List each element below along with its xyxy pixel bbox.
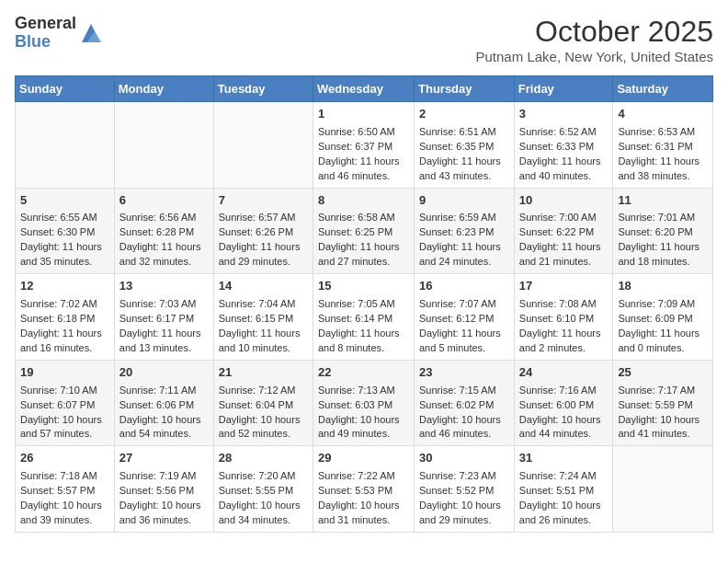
- day-info: Daylight: 10 hours and 57 minutes.: [20, 413, 109, 442]
- calendar-cell: 7Sunrise: 6:57 AMSunset: 6:26 PMDaylight…: [213, 188, 313, 274]
- day-info: Sunset: 6:26 PM: [219, 225, 308, 240]
- calendar-week-row: 5Sunrise: 6:55 AMSunset: 6:30 PMDaylight…: [16, 188, 713, 274]
- col-header-friday: Friday: [514, 76, 613, 102]
- title-block: October 2025 Putnam Lake, New York, Unit…: [476, 15, 713, 64]
- calendar-cell: 16Sunrise: 7:07 AMSunset: 6:12 PMDayligh…: [415, 274, 515, 361]
- day-info: Sunrise: 7:24 AM: [519, 469, 609, 484]
- day-number: 31: [519, 450, 609, 467]
- day-info: Daylight: 10 hours and 54 minutes.: [119, 413, 209, 442]
- day-info: Daylight: 11 hours and 2 minutes.: [519, 327, 609, 356]
- day-info: Daylight: 11 hours and 13 minutes.: [119, 327, 209, 356]
- logo-general-text: General: [15, 15, 76, 33]
- day-info: Sunrise: 6:52 AM: [519, 125, 609, 140]
- calendar-cell: 19Sunrise: 7:10 AMSunset: 6:07 PMDayligh…: [16, 360, 115, 446]
- day-number: 29: [318, 450, 409, 467]
- day-number: 2: [419, 106, 509, 123]
- calendar-cell: 30Sunrise: 7:23 AMSunset: 5:52 PMDayligh…: [415, 446, 515, 533]
- day-info: Daylight: 10 hours and 39 minutes.: [20, 499, 109, 528]
- day-info: Sunrise: 7:23 AM: [419, 469, 509, 484]
- day-info: Sunrise: 7:17 AM: [618, 384, 708, 398]
- day-info: Sunrise: 7:13 AM: [318, 384, 409, 398]
- calendar-cell: 12Sunrise: 7:02 AMSunset: 6:18 PMDayligh…: [16, 274, 115, 361]
- calendar-cell: 13Sunrise: 7:03 AMSunset: 6:17 PMDayligh…: [114, 274, 213, 361]
- calendar-cell: [613, 446, 713, 533]
- calendar-cell: 10Sunrise: 7:00 AMSunset: 6:22 PMDayligh…: [514, 188, 613, 274]
- calendar-week-row: 19Sunrise: 7:10 AMSunset: 6:07 PMDayligh…: [16, 360, 713, 446]
- calendar-cell: [16, 102, 115, 189]
- calendar-cell: 21Sunrise: 7:12 AMSunset: 6:04 PMDayligh…: [213, 360, 313, 446]
- day-info: Sunset: 6:12 PM: [419, 312, 509, 327]
- day-info: Sunset: 5:59 PM: [618, 398, 708, 413]
- day-number: 25: [618, 364, 708, 382]
- day-info: Sunrise: 6:50 AM: [318, 125, 409, 140]
- day-number: 24: [519, 364, 609, 382]
- day-info: Sunrise: 7:08 AM: [519, 297, 609, 312]
- calendar-cell: 5Sunrise: 6:55 AMSunset: 6:30 PMDaylight…: [16, 188, 115, 274]
- calendar-cell: 31Sunrise: 7:24 AMSunset: 5:51 PMDayligh…: [514, 446, 613, 533]
- day-info: Daylight: 10 hours and 52 minutes.: [219, 413, 308, 442]
- day-info: Sunset: 5:51 PM: [519, 484, 609, 499]
- day-info: Sunrise: 7:09 AM: [618, 297, 708, 312]
- calendar-header-row: SundayMondayTuesdayWednesdayThursdayFrid…: [16, 76, 713, 102]
- day-info: Sunset: 6:18 PM: [20, 312, 109, 327]
- day-info: Sunset: 6:09 PM: [618, 312, 708, 327]
- day-info: Sunrise: 7:12 AM: [219, 384, 308, 398]
- day-info: Sunrise: 7:16 AM: [519, 384, 609, 398]
- day-info: Daylight: 10 hours and 46 minutes.: [419, 413, 509, 442]
- day-number: 17: [519, 278, 609, 295]
- calendar-cell: 6Sunrise: 6:56 AMSunset: 6:28 PMDaylight…: [114, 188, 213, 274]
- day-number: 21: [219, 364, 308, 382]
- day-info: Sunset: 6:17 PM: [119, 312, 209, 327]
- day-info: Sunrise: 6:57 AM: [219, 211, 308, 225]
- day-number: 15: [318, 278, 409, 295]
- location-text: Putnam Lake, New York, United States: [476, 49, 713, 64]
- day-info: Daylight: 11 hours and 29 minutes.: [219, 240, 308, 270]
- calendar-cell: 9Sunrise: 6:59 AMSunset: 6:23 PMDaylight…: [415, 188, 515, 274]
- day-info: Sunset: 6:06 PM: [119, 398, 209, 413]
- day-info: Sunrise: 7:18 AM: [20, 469, 109, 484]
- day-info: Sunset: 6:33 PM: [519, 140, 609, 155]
- day-info: Sunset: 6:25 PM: [318, 225, 409, 240]
- calendar-cell: 27Sunrise: 7:19 AMSunset: 5:56 PMDayligh…: [114, 446, 213, 533]
- day-info: Sunset: 6:14 PM: [318, 312, 409, 327]
- day-info: Sunset: 6:37 PM: [318, 140, 409, 155]
- day-info: Sunset: 6:22 PM: [519, 225, 609, 240]
- logo-blue-text: Blue: [15, 33, 76, 52]
- day-info: Sunset: 6:30 PM: [20, 225, 109, 240]
- day-info: Sunrise: 7:01 AM: [618, 211, 708, 225]
- day-number: 18: [618, 278, 708, 295]
- day-number: 4: [618, 106, 708, 123]
- day-info: Daylight: 11 hours and 38 minutes.: [618, 155, 708, 184]
- day-info: Sunrise: 7:00 AM: [519, 211, 609, 225]
- day-info: Sunrise: 7:07 AM: [419, 297, 509, 312]
- day-number: 30: [419, 450, 509, 467]
- day-number: 10: [519, 192, 609, 210]
- logo: General Blue: [15, 15, 104, 52]
- day-info: Sunset: 6:35 PM: [419, 140, 509, 155]
- day-number: 7: [219, 192, 308, 210]
- day-number: 14: [219, 278, 308, 295]
- day-info: Sunrise: 6:51 AM: [419, 125, 509, 140]
- calendar-cell: [213, 102, 313, 189]
- day-info: Daylight: 11 hours and 0 minutes.: [618, 327, 708, 356]
- day-info: Sunset: 5:52 PM: [419, 484, 509, 499]
- calendar-cell: 1Sunrise: 6:50 AMSunset: 6:37 PMDaylight…: [313, 102, 414, 189]
- page-header: General Blue October 2025 Putnam Lake, N…: [15, 15, 713, 64]
- day-info: Sunrise: 7:11 AM: [119, 384, 209, 398]
- day-info: Daylight: 10 hours and 41 minutes.: [618, 413, 708, 442]
- day-info: Sunset: 6:31 PM: [618, 140, 708, 155]
- calendar-week-row: 1Sunrise: 6:50 AMSunset: 6:37 PMDaylight…: [16, 102, 713, 189]
- calendar-week-row: 12Sunrise: 7:02 AMSunset: 6:18 PMDayligh…: [16, 274, 713, 361]
- day-info: Daylight: 11 hours and 24 minutes.: [419, 240, 509, 270]
- day-info: Sunrise: 7:04 AM: [219, 297, 308, 312]
- logo-icon: [78, 20, 104, 46]
- day-info: Daylight: 11 hours and 10 minutes.: [219, 327, 308, 356]
- day-info: Daylight: 11 hours and 21 minutes.: [519, 240, 609, 270]
- day-info: Sunrise: 7:10 AM: [20, 384, 109, 398]
- day-info: Sunset: 5:55 PM: [219, 484, 308, 499]
- day-info: Sunset: 6:15 PM: [219, 312, 308, 327]
- calendar-cell: 17Sunrise: 7:08 AMSunset: 6:10 PMDayligh…: [514, 274, 613, 361]
- col-header-saturday: Saturday: [613, 76, 713, 102]
- day-info: Daylight: 11 hours and 43 minutes.: [419, 155, 509, 184]
- month-title: October 2025: [476, 15, 713, 49]
